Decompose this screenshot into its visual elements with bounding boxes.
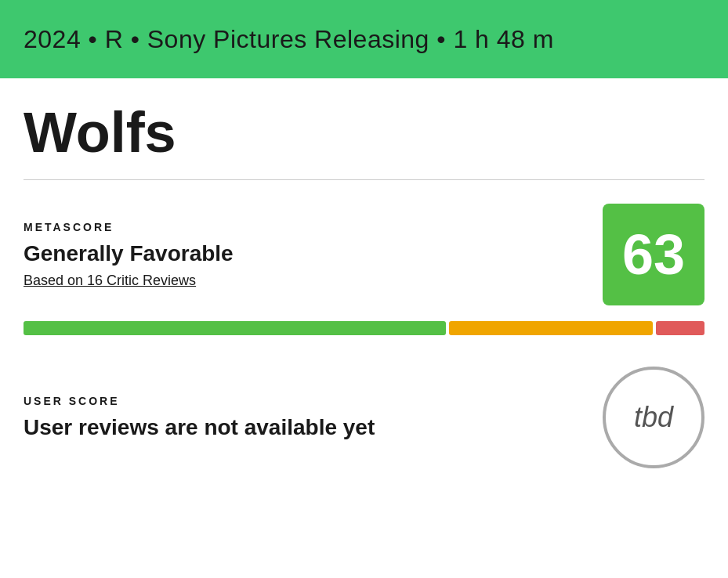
rating-bar <box>24 321 704 335</box>
user-score-section: USER SCORE User reviews are not availabl… <box>24 367 704 468</box>
bar-yellow <box>449 321 654 335</box>
user-score-label: USER SCORE <box>24 395 603 407</box>
main-content: Wolfs METASCORE Generally Favorable Base… <box>0 78 728 492</box>
user-score-description: User reviews are not available yet <box>24 415 603 440</box>
metascore-number: 63 <box>622 226 685 283</box>
metascore-label: METASCORE <box>24 221 603 233</box>
metascore-section: METASCORE Generally Favorable Based on 1… <box>24 204 704 305</box>
user-score-info: USER SCORE User reviews are not availabl… <box>24 395 603 440</box>
bar-red <box>656 321 704 335</box>
top-bar: 2024 • R • Sony Pictures Releasing • 1 h… <box>0 0 728 78</box>
movie-metadata: 2024 • R • Sony Pictures Releasing • 1 h… <box>24 25 554 54</box>
metascore-description: Generally Favorable <box>24 241 603 266</box>
movie-title: Wolfs <box>24 102 704 164</box>
tbd-text: tbd <box>634 401 673 434</box>
metascore-info: METASCORE Generally Favorable Based on 1… <box>24 221 603 289</box>
bar-green <box>24 321 446 335</box>
metascore-based-on-link[interactable]: Based on 16 Critic Reviews <box>24 273 196 288</box>
divider <box>24 179 704 180</box>
tbd-badge: tbd <box>603 367 704 468</box>
metascore-badge: 63 <box>603 204 704 305</box>
